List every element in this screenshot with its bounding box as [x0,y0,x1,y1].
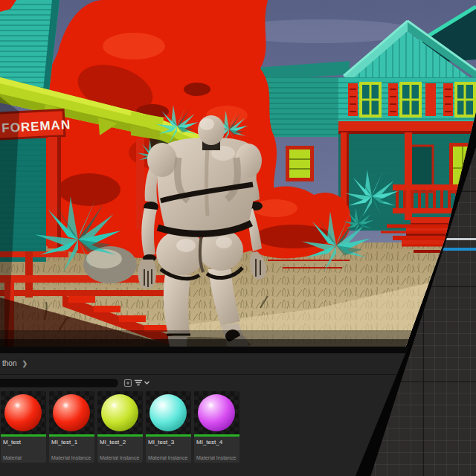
asset-name: MI_test_2 [97,437,143,446]
asset-tile[interactable]: MI_test_2 Material Instance [97,391,143,463]
boulder [83,246,137,283]
house-windows-upper [348,82,476,118]
asset-tile[interactable]: MI_test_4 Material Instance [194,391,239,463]
asset-name: MI_test_1 [49,437,94,446]
chevron-down-icon[interactable] [144,379,150,386]
material-sphere [4,394,42,431]
asset-tile[interactable]: MI_test_1 Material Instance [49,391,94,463]
viewport-3d[interactable]: FOREMAN [0,0,476,350]
material-sphere [53,394,90,431]
save-search-icon[interactable] [123,379,132,387]
chevron-right-icon: ❯ [22,360,28,367]
asset-name: MI_test_4 [194,437,239,446]
porch-beam [338,121,476,132]
breadcrumb[interactable]: thon ❯ [2,359,28,367]
house-window-lower-left [286,146,314,181]
asset-name: MI_test_3 [146,437,191,446]
asset-type: Material Instance [51,455,91,460]
material-sphere [149,394,187,431]
asset-tile[interactable]: MI_test_3 Material Instance [146,391,191,463]
asset-type: Material Instance [196,455,236,460]
asset-name: M_test [1,437,46,446]
breadcrumb-folder-label[interactable]: thon [2,359,16,367]
asset-thumbnail [1,391,46,434]
asset-thumbnail [194,391,239,434]
material-sphere [101,394,138,431]
asset-thumbnail [49,391,94,434]
editor-window: FOREMAN [0,0,476,476]
asset-thumbnail [146,391,191,434]
asset-type: Material Instance [148,455,187,460]
material-sphere [198,394,235,431]
viewport-scene: FOREMAN [0,0,476,350]
asset-type: Material [3,455,22,460]
filter-icon[interactable] [134,379,143,387]
asset-type: Material Instance [100,455,139,460]
search-input[interactable] [0,378,119,388]
asset-thumbnail [97,391,143,434]
content-browser-top-strip [0,347,476,353]
asset-tile[interactable]: M_test Material [1,391,46,463]
